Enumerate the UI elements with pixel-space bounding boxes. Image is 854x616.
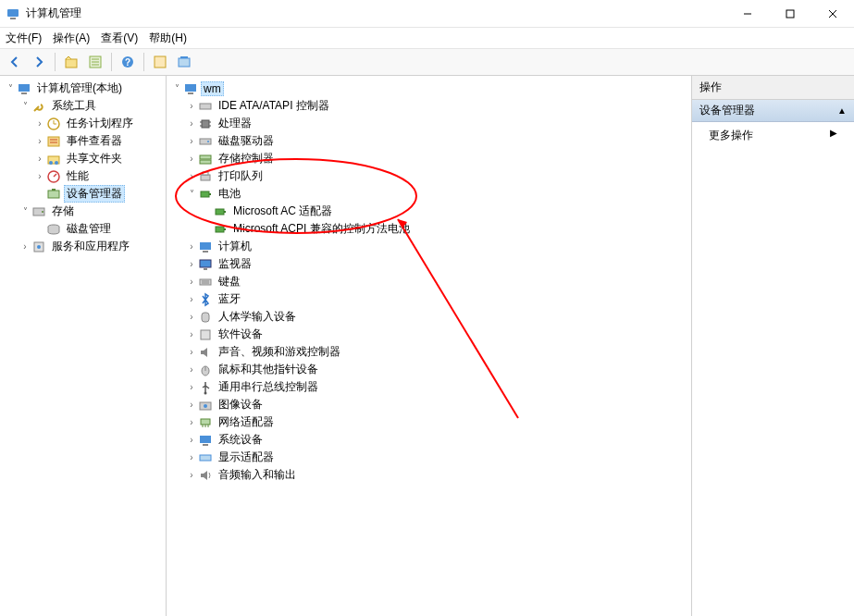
storage-icon — [31, 204, 46, 219]
device-battery-ac[interactable]: Microsoft AC 适配器 — [200, 203, 689, 220]
expand-icon[interactable]: › — [185, 451, 198, 464]
svg-rect-13 — [155, 56, 166, 68]
actions-more[interactable]: 更多操作 ▶ — [692, 122, 854, 149]
device-keyboard[interactable]: ›键盘 — [185, 273, 689, 290]
device-system[interactable]: ›系统设备 — [185, 431, 689, 449]
close-button[interactable] — [811, 0, 854, 27]
expand-icon[interactable]: › — [33, 153, 46, 166]
collapse-icon[interactable]: ˅ — [4, 82, 17, 95]
expand-icon[interactable]: › — [185, 117, 198, 130]
tree-shared-folders[interactable]: › 共享文件夹 — [33, 150, 164, 167]
device-cpu[interactable]: ›处理器 — [185, 115, 689, 132]
maximize-button[interactable] — [769, 0, 811, 27]
svg-point-23 — [49, 161, 53, 165]
menu-file[interactable]: 文件(F) — [6, 31, 42, 46]
forward-button[interactable] — [28, 51, 50, 73]
device-print-queue[interactable]: ›打印队列 — [185, 167, 689, 185]
expand-icon[interactable]: › — [185, 153, 198, 166]
device-disk-drives[interactable]: ›磁盘驱动器 — [185, 132, 689, 150]
svg-rect-33 — [185, 84, 196, 92]
device-monitor[interactable]: ›监视器 — [185, 255, 689, 273]
device-battery-acpi[interactable]: Microsoft ACPI 兼容的控制方法电池 — [200, 220, 689, 238]
help-button[interactable]: ? — [117, 51, 139, 73]
minimize-button[interactable] — [726, 0, 769, 27]
device-storage-controllers[interactable]: ›存储控制器 — [185, 150, 689, 167]
expand-placeholder — [200, 223, 213, 236]
device-bluetooth[interactable]: ›蓝牙 — [185, 290, 689, 308]
expand-icon[interactable]: › — [185, 363, 198, 376]
expand-icon[interactable]: › — [185, 293, 198, 306]
collapse-icon[interactable]: ˅ — [19, 205, 31, 218]
expand-icon[interactable]: › — [185, 311, 198, 324]
tree-device-manager[interactable]: 设备管理器 — [33, 185, 164, 203]
actions-group-header[interactable]: 设备管理器 ▲ — [692, 100, 854, 122]
device-hid[interactable]: ›人体学输入设备 — [185, 308, 689, 326]
expand-icon[interactable]: › — [185, 170, 198, 183]
expand-icon[interactable]: › — [185, 258, 198, 271]
expand-icon[interactable]: › — [19, 240, 31, 253]
tree-task-scheduler[interactable]: › 任务计划程序 — [33, 115, 164, 132]
device-audio-io[interactable]: ›音频输入和输出 — [185, 466, 689, 484]
tree-label: 打印队列 — [216, 167, 266, 185]
device-display-adapter[interactable]: ›显示适配器 — [185, 449, 689, 466]
device-computer[interactable]: ›计算机 — [185, 238, 689, 255]
expand-icon[interactable]: › — [185, 328, 198, 341]
collapse-icon[interactable]: ˅ — [185, 188, 198, 201]
expand-icon[interactable]: › — [33, 170, 46, 183]
expand-icon[interactable]: › — [185, 381, 198, 394]
device-network[interactable]: ›网络适配器 — [185, 413, 689, 431]
scope-tree[interactable]: ˅ 计算机管理(本地) ˅ 系统工具 › — [0, 76, 167, 616]
expand-icon[interactable]: › — [185, 240, 198, 253]
menu-help[interactable]: 帮助(H) — [149, 31, 187, 46]
actions-more-label: 更多操作 — [709, 128, 753, 143]
expand-icon[interactable]: › — [33, 117, 46, 130]
menu-action[interactable]: 操作(A) — [53, 31, 90, 46]
properties-button[interactable] — [84, 51, 106, 73]
svg-rect-55 — [200, 260, 211, 267]
expand-icon[interactable]: › — [185, 100, 198, 113]
expand-icon[interactable]: › — [185, 346, 198, 359]
menu-view[interactable]: 查看(V) — [101, 31, 138, 46]
tree-services-apps[interactable]: › 服务和应用程序 — [19, 238, 164, 255]
device-usb[interactable]: ›通用串行总线控制器 — [185, 378, 689, 396]
back-button[interactable] — [4, 51, 26, 73]
device-imaging[interactable]: ›图像设备 — [185, 396, 689, 413]
tree-root-computer-management[interactable]: ˅ 计算机管理(本地) — [4, 80, 164, 97]
device-sound[interactable]: ›声音、视频和游戏控制器 — [185, 343, 689, 361]
svg-text:?: ? — [125, 57, 130, 68]
event-icon — [46, 134, 61, 149]
expand-icon[interactable]: › — [185, 416, 198, 429]
svg-point-66 — [204, 404, 207, 408]
tree-disk-management[interactable]: 磁盘管理 — [33, 220, 164, 238]
svg-rect-15 — [180, 56, 188, 58]
device-host[interactable]: ˅ wm — [170, 80, 689, 97]
expand-placeholder — [200, 205, 213, 218]
device-tree[interactable]: ˅ wm ›IDE ATA/ATAPI 控制器 ›处理器 ›磁盘驱动器 ›存储控… — [167, 76, 692, 616]
toolbar-separator — [143, 53, 144, 71]
actions-pane: 操作 设备管理器 ▲ 更多操作 ▶ — [692, 76, 854, 616]
collapse-icon[interactable]: ▲ — [837, 105, 847, 116]
device-software[interactable]: ›软件设备 — [185, 326, 689, 343]
tree-performance[interactable]: › 性能 — [33, 167, 164, 185]
expand-icon[interactable]: › — [33, 135, 46, 148]
submenu-icon: ▶ — [830, 128, 837, 143]
tree-system-tools[interactable]: ˅ 系统工具 — [19, 97, 164, 115]
expand-icon[interactable]: › — [185, 276, 198, 289]
tree-storage[interactable]: ˅ 存储 — [19, 203, 164, 220]
show-hidden-button[interactable] — [173, 51, 195, 73]
device-ide[interactable]: ›IDE ATA/ATAPI 控制器 — [185, 97, 689, 115]
tree-label: Microsoft ACPI 兼容的控制方法电池 — [230, 220, 413, 238]
expand-icon[interactable]: › — [185, 135, 198, 148]
tree-event-viewer[interactable]: › 事件查看器 — [33, 132, 164, 150]
expand-icon[interactable]: › — [185, 434, 198, 447]
up-level-button[interactable] — [60, 51, 82, 73]
expand-icon[interactable]: › — [185, 399, 198, 412]
collapse-icon[interactable]: ˅ — [19, 100, 31, 113]
svg-point-42 — [207, 141, 209, 142]
expand-icon[interactable]: › — [185, 469, 198, 482]
collapse-icon[interactable]: ˅ — [170, 82, 183, 95]
view-list-button[interactable] — [149, 51, 171, 73]
device-battery[interactable]: ˅电池 — [185, 185, 689, 203]
device-mouse[interactable]: ›鼠标和其他指针设备 — [185, 361, 689, 378]
menubar: 文件(F) 操作(A) 查看(V) 帮助(H) — [0, 28, 854, 48]
